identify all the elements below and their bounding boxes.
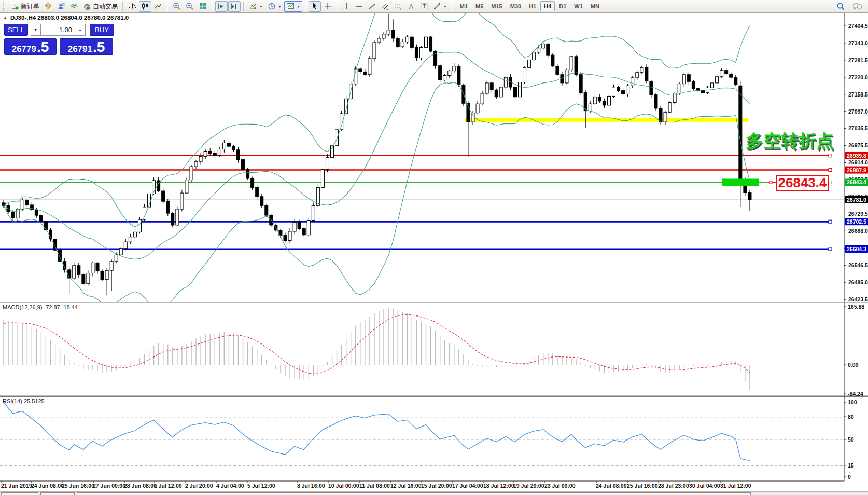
time-tick-label: 25 Jul 16:00	[627, 483, 658, 489]
level-line-handle	[829, 181, 832, 184]
buy-button[interactable]: BUY	[90, 24, 114, 36]
signals-button[interactable]	[68, 1, 80, 12]
crosshair-button[interactable]	[321, 1, 334, 12]
time-tick-label: 11 Jul 08:00	[359, 483, 390, 489]
auto-scroll-button[interactable]	[215, 1, 228, 12]
level-line-handle	[829, 248, 832, 251]
trendline-button[interactable]	[366, 1, 379, 12]
time-tick-label: 10 Jul 00:00	[328, 483, 359, 489]
search-icon	[836, 2, 845, 11]
tile-windows-button[interactable]	[197, 1, 209, 12]
price-tick-label: 27035.5	[848, 125, 868, 131]
price-label-text: 26781.0	[847, 197, 866, 203]
arrows-button[interactable]: ▼	[431, 1, 449, 12]
toolbar-separator	[167, 2, 168, 11]
top-toolbar: 新订单 自动交易 ▼ ▼ ▼ E F A T ▼ M1M5M15M30H1H4D…	[0, 0, 868, 13]
text-label-button[interactable]: T	[418, 1, 430, 12]
new-order-icon	[11, 2, 19, 10]
time-tick-label: 28 Jun 08:00	[124, 483, 157, 489]
timeframe-m5[interactable]: M5	[472, 1, 487, 11]
buy-price[interactable]: 26791.5	[60, 38, 113, 55]
channel-icon: E	[381, 2, 389, 10]
chart-shift-button[interactable]	[228, 1, 241, 12]
dropdown-caret-icon: ▼	[259, 5, 263, 8]
timeframe-w1[interactable]: W1	[570, 1, 586, 11]
auto-trading-button[interactable]: 自动交易	[81, 1, 120, 12]
new-order-label: 新订单	[21, 2, 39, 11]
zoom-out-button[interactable]	[184, 1, 196, 12]
horizontal-line-button[interactable]	[353, 1, 366, 12]
price-tick-label: 26668.0	[848, 228, 868, 234]
timeframe-mn[interactable]: MN	[587, 1, 603, 11]
toolbar-separator	[243, 2, 244, 11]
timeframe-h4[interactable]: H4	[540, 1, 555, 11]
taskbar-item[interactable]	[77, 492, 751, 495]
line-chart-button[interactable]	[152, 1, 164, 12]
level-line-handle	[829, 220, 832, 223]
collapse-icon[interactable]: ▲	[3, 16, 7, 20]
dropdown-caret-icon: ▼	[297, 5, 300, 8]
volume-decrease-button[interactable]: ▼	[31, 24, 41, 36]
new-order-button[interactable]: 新订单	[9, 1, 41, 12]
tile-windows-icon	[199, 2, 207, 10]
timeframe-group: M1M5M15M30H1H4D1W1MN	[456, 1, 603, 11]
metaeditor-button[interactable]	[42, 1, 54, 12]
timeframe-m30[interactable]: M30	[507, 1, 525, 11]
auto-trading-icon	[83, 2, 91, 10]
timeframe-m1[interactable]: M1	[456, 1, 471, 11]
auto-trading-label: 自动交易	[93, 2, 118, 11]
clock-icon	[268, 2, 276, 10]
taskbar-item[interactable]	[1, 492, 38, 495]
time-tick-label: 12 Jul 16:00	[390, 483, 422, 489]
cursor-button[interactable]	[309, 1, 321, 12]
fibonacci-button[interactable]: F	[392, 1, 404, 12]
price-tick-label: 26729.5	[848, 211, 868, 217]
bottom-taskbar	[0, 491, 868, 495]
toolbar-right-group	[834, 1, 866, 12]
price-tick-label: 27281.5	[848, 57, 868, 63]
timeframe-m15[interactable]: M15	[487, 1, 506, 11]
sell-price[interactable]: 26779.5	[4, 38, 57, 55]
timeframe-h1[interactable]: H1	[525, 1, 540, 11]
volume-increase-button[interactable]: ▲	[75, 24, 86, 36]
chat-icon	[852, 2, 862, 10]
zoom-in-button[interactable]	[171, 1, 183, 12]
price-tick-label: 27158.5	[848, 91, 868, 98]
chat-button[interactable]	[850, 1, 864, 12]
sell-button[interactable]: SELL	[4, 24, 28, 36]
time-tick-label: 31 Jul 12:00	[720, 483, 751, 489]
indicators-button[interactable]: ▼	[247, 1, 265, 12]
text-button[interactable]: A	[405, 1, 417, 12]
rsi-tick-label: 80	[848, 414, 854, 420]
level-line-handle	[829, 169, 832, 172]
one-click-trading-widget: SELL ▼ 1.00 ▲ BUY 26779.5 26791.5	[4, 24, 114, 55]
templates-button[interactable]: ▼	[284, 1, 302, 12]
community-button[interactable]	[55, 1, 67, 12]
zoom-in-icon	[173, 2, 181, 10]
price-tick-label: 27097.0	[848, 108, 868, 115]
search-button[interactable]	[834, 1, 847, 12]
candlestick-chart-button[interactable]	[139, 1, 151, 12]
volume-input[interactable]: 1.00	[41, 24, 75, 36]
time-tick-label: 4 Jul 04:00	[216, 483, 244, 489]
vertical-line-button[interactable]	[340, 1, 353, 12]
vertical-line-icon	[342, 2, 351, 10]
bar-chart-button[interactable]	[126, 1, 138, 12]
equidistant-channel-button[interactable]: E	[379, 1, 391, 12]
price-tick-label: 26975.5	[848, 142, 868, 148]
horizontal-line-icon	[355, 2, 363, 10]
toolbar-grip[interactable]	[3, 2, 7, 11]
rsi-tick-label: 50	[848, 436, 854, 443]
sell-price-main: 26779	[12, 45, 36, 53]
periods-button[interactable]: ▼	[265, 1, 284, 12]
profile-cloud-icon	[57, 2, 65, 10]
price-label-text: 26843.4	[847, 179, 866, 185]
rsi-tick-label: 100	[848, 399, 857, 405]
timeframe-d1[interactable]: D1	[555, 1, 570, 11]
candlestick-icon	[141, 2, 149, 10]
time-tick-label: 24 Jun 08:00	[31, 483, 64, 489]
taskbar-item[interactable]	[40, 492, 75, 495]
candlestick-chart[interactable]: 27404.527343.027281.527220.027158.527097…	[0, 13, 868, 495]
zoom-out-icon	[186, 2, 194, 10]
price-tick-label: 27404.5	[848, 23, 868, 29]
